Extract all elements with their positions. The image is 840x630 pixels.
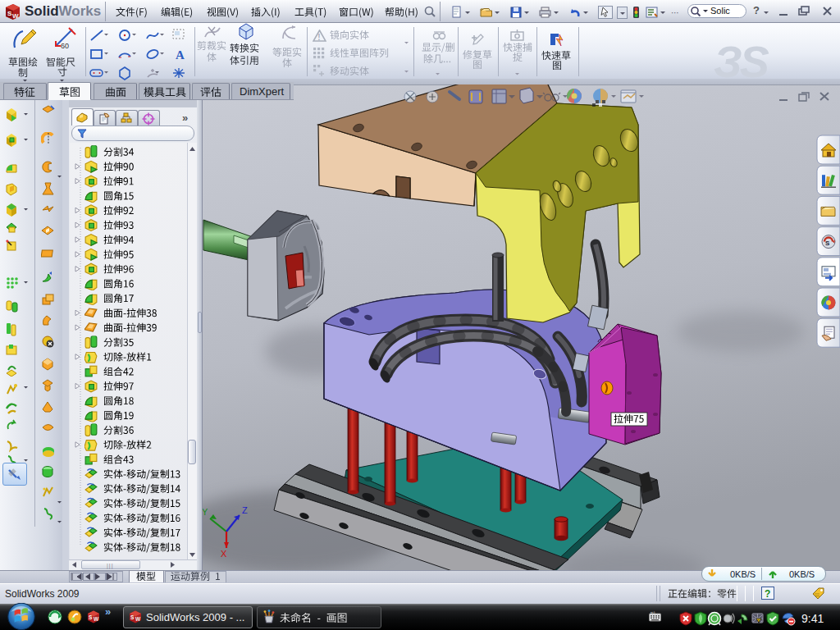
svg-text:S: S bbox=[130, 614, 135, 620]
svg-text:S: S bbox=[825, 240, 830, 247]
svg-text:A: A bbox=[176, 48, 185, 62]
svg-text:Z: Z bbox=[242, 505, 248, 515]
svg-text:60: 60 bbox=[61, 42, 69, 50]
svg-text:W: W bbox=[12, 12, 19, 20]
svg-text:!: ! bbox=[317, 33, 320, 42]
svg-text:键盘: 键盘 bbox=[650, 611, 655, 614]
svg-text:Y: Y bbox=[202, 507, 208, 517]
svg-text:W: W bbox=[135, 616, 141, 622]
svg-text:S: S bbox=[89, 614, 93, 620]
svg-text:X: X bbox=[221, 549, 227, 559]
svg-text:W: W bbox=[94, 616, 99, 622]
